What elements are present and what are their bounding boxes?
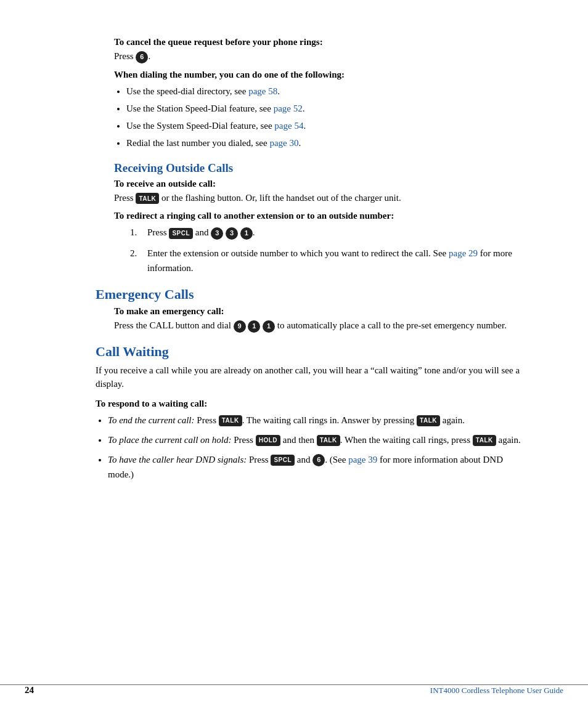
- spcl-key: SPCL: [169, 228, 193, 239]
- list-item: Redial the last number you dialed, see p…: [126, 136, 526, 150]
- waiting-bullet-3: To have the caller hear DND signals: Pre…: [108, 452, 526, 482]
- page-number: 24: [25, 685, 34, 696]
- page-content: To cancel the queue request before your …: [0, 0, 588, 714]
- cancel-queue-heading: To cancel the queue request before your …: [114, 37, 526, 47]
- emergency-heading: Emergency Calls: [96, 286, 526, 302]
- key-1a: 1: [248, 320, 260, 333]
- talk-key-resume: TALK: [473, 435, 496, 446]
- talk-key-end: TALK: [219, 415, 242, 426]
- footer-title: INT4000 Cordless Telephone User Guide: [430, 686, 563, 696]
- redirect-step-2: 2. Enter the extension or outside number…: [130, 246, 526, 275]
- page-39-link[interactable]: page 39: [348, 455, 377, 465]
- key-9: 9: [234, 320, 246, 333]
- step-number-2: 2.: [130, 246, 141, 275]
- talk-key-hold: TALK: [317, 435, 340, 446]
- page-30-link[interactable]: page 30: [269, 138, 298, 148]
- redirect-steps-list: 1. Press SPCL and 3 3 1. 2. Enter the ex…: [130, 225, 526, 275]
- page-54-link[interactable]: page 54: [274, 121, 303, 131]
- spcl-key-dnd: SPCL: [271, 455, 295, 466]
- key-1b: 1: [263, 320, 275, 333]
- call-waiting-intro: If you receive a call while you are alre…: [96, 363, 526, 391]
- call-waiting-section: Call Waiting If you receive a call while…: [96, 344, 526, 482]
- receive-call-heading: To receive an outside call:: [114, 179, 526, 189]
- cancel-queue-instruction: Press 6.: [114, 49, 526, 63]
- call-waiting-heading: Call Waiting: [96, 344, 526, 360]
- key-1: 1: [240, 227, 253, 240]
- key-6-dnd: 6: [312, 454, 325, 466]
- emergency-calls-section: Emergency Calls To make an emergency cal…: [96, 286, 526, 333]
- hold-key: HOLD: [256, 435, 280, 446]
- list-item: Use the speed-dial directory, see page 5…: [126, 84, 526, 99]
- list-item: Use the Station Speed-Dial feature, see …: [126, 101, 526, 116]
- cancel-queue-section: To cancel the queue request before your …: [96, 37, 526, 150]
- page-29-link[interactable]: page 29: [449, 248, 478, 258]
- call-waiting-bullets: To end the current call: Press TALK. The…: [108, 413, 526, 482]
- redirect-step-1: 1. Press SPCL and 3 3 1.: [130, 225, 526, 240]
- page-58-link[interactable]: page 58: [248, 86, 277, 96]
- key-3a: 3: [211, 227, 223, 240]
- talk-key-answer: TALK: [417, 415, 440, 426]
- when-dialing-heading: When dialing the number, you can do one …: [114, 70, 526, 80]
- emergency-instruction: Press the CALL button and dial 9 1 1 to …: [114, 318, 526, 333]
- redirect-heading: To redirect a ringing call to another ex…: [114, 211, 526, 221]
- receiving-outside-section: Receiving Outside Calls To receive an ou…: [96, 161, 526, 276]
- key-3b: 3: [226, 227, 238, 240]
- dialing-options-list: Use the speed-dial directory, see page 5…: [126, 84, 526, 150]
- key-6-button: 6: [136, 51, 148, 63]
- page-52-link[interactable]: page 52: [274, 103, 303, 113]
- receive-call-instruction: Press TALK or the flashing button. Or, l…: [114, 191, 526, 205]
- respond-heading: To respond to a waiting call:: [96, 399, 526, 409]
- list-item: Use the System Speed-Dial feature, see p…: [126, 118, 526, 133]
- receiving-outside-heading: Receiving Outside Calls: [114, 161, 526, 175]
- step-number-1: 1.: [130, 225, 141, 240]
- emergency-sub-heading: To make an emergency call:: [114, 306, 526, 317]
- waiting-bullet-2: To place the current call on hold: Press…: [108, 432, 526, 447]
- talk-key-receive: TALK: [136, 193, 159, 204]
- footer: 24 INT4000 Cordless Telephone User Guide: [0, 684, 588, 696]
- waiting-bullet-1: To end the current call: Press TALK. The…: [108, 413, 526, 428]
